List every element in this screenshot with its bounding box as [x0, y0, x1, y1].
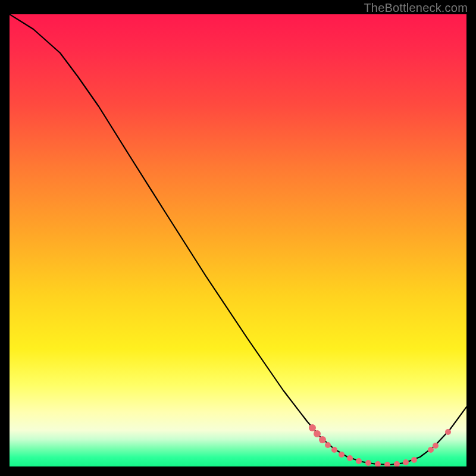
watermark-label: TheBottleneck.com	[364, 1, 468, 15]
curve-dot	[428, 447, 434, 453]
curve-dot	[411, 457, 417, 463]
plot-area	[10, 14, 466, 466]
curve-dot	[433, 443, 439, 449]
curve-dot	[365, 460, 371, 466]
curve-dot	[445, 429, 451, 435]
curve-dot	[356, 458, 362, 464]
curve-dot	[375, 461, 381, 466]
curve-dot	[339, 452, 345, 458]
chart-frame: TheBottleneck.com	[0, 0, 476, 476]
curve-dot	[384, 462, 390, 466]
curve-dot	[347, 455, 353, 461]
curve-dot	[403, 459, 409, 465]
curve-dot	[319, 436, 326, 443]
curve-dot	[314, 430, 321, 437]
curve-dot	[309, 424, 316, 431]
curve-svg	[10, 14, 466, 466]
bottleneck-curve	[10, 14, 466, 465]
curve-dot	[394, 461, 400, 466]
curve-dot	[325, 442, 331, 448]
curve-dots	[309, 424, 451, 466]
curve-dot	[331, 447, 337, 453]
